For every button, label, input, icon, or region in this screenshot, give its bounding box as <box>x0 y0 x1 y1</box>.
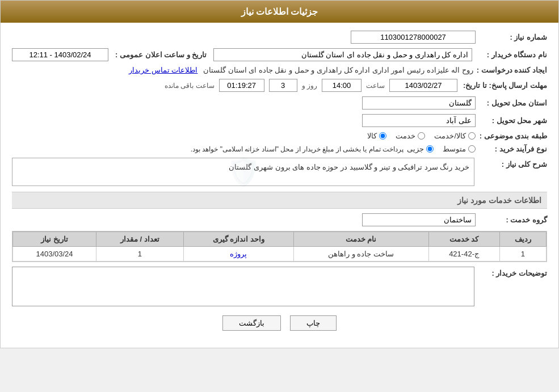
deadline-date-input[interactable] <box>389 79 457 92</box>
cell-quantity: 1 <box>96 247 184 262</box>
buyer-notes-row: توضیحات خریدار : <box>12 267 547 306</box>
province-row: استان محل تحویل : <box>12 96 547 109</box>
province-label: استان محل تحویل : <box>479 99 547 107</box>
org-announce-row: نام دستگاه خریدار : تاریخ و ساعت اعلان ع… <box>12 48 547 61</box>
purchase-option-medium[interactable]: متوسط <box>443 145 476 153</box>
description-text: خرید رنگ سرد ترافیکی و تینر و گلاسبید در… <box>229 163 469 171</box>
city-row: شهر محل تحویل : <box>12 114 547 127</box>
category-radio-kala-khedmat[interactable] <box>468 132 476 140</box>
deadline-days-input[interactable] <box>269 79 297 92</box>
service-group-label: گروه خدمت : <box>479 216 547 224</box>
category-label: طبقه بندی موضوعی : <box>479 132 547 140</box>
category-option-kala[interactable]: کالا <box>367 132 386 140</box>
col-service-name: نام خدمت <box>293 232 428 247</box>
table-row: 1 ج-42-421 ساخت جاده و راهاهن پروژه 1 14… <box>13 247 547 262</box>
org-name-label: نام دستگاه خریدار : <box>479 50 547 59</box>
category-radio-group: کالا/خدمت خدمت کالا <box>367 132 476 140</box>
city-input[interactable] <box>362 114 476 127</box>
cell-row-num: 1 <box>499 247 546 262</box>
table-header-row: ردیف کد خدمت نام خدمت واحد اندازه گیری ت… <box>13 232 547 247</box>
deadline-time-label: ساعت <box>366 82 385 90</box>
creator-row: ایجاد کننده درخواست : روح اله علیزاده رئ… <box>12 66 547 74</box>
col-row-num: ردیف <box>499 232 546 247</box>
print-button[interactable]: چاپ <box>290 315 337 331</box>
announce-label: تاریخ و ساعت اعلان عمومی : <box>115 50 207 59</box>
services-section-title: اطلاعات خدمات مورد نیاز <box>12 192 547 209</box>
org-name-input[interactable] <box>213 48 472 61</box>
col-date: تاریخ نیاز <box>13 232 96 247</box>
creator-label: ایجاد کننده درخواست : <box>477 66 547 74</box>
announce-input[interactable] <box>12 48 108 61</box>
category-kala-label: کالا <box>367 132 377 140</box>
remaining-time-input[interactable] <box>219 79 264 92</box>
category-option-kala-khedmat[interactable]: کالا/خدمت <box>434 132 476 140</box>
content-area: شماره نیاز : نام دستگاه خریدار : تاریخ و… <box>1 23 558 348</box>
description-value: خرید رنگ سرد ترافیکی و تینر و گلاسبید در… <box>12 158 474 186</box>
category-radio-khedmat[interactable] <box>418 132 425 140</box>
cell-service-name: ساخت جاده و راهاهن <box>293 247 428 262</box>
purchase-radio-medium[interactable] <box>468 145 476 153</box>
creator-link[interactable]: اطلاعات تماس خریدار <box>129 66 197 74</box>
remaining-label: ساعت باقی مانده <box>165 82 215 90</box>
services-table: ردیف کد خدمت نام خدمت واحد اندازه گیری ت… <box>12 231 547 262</box>
province-input[interactable] <box>362 96 476 109</box>
buyer-notes-label: توضیحات خریدار : <box>479 269 547 277</box>
purchase-type-radio-group: متوسط جزیی <box>407 145 476 153</box>
page-title: جزئیات اطلاعات نیاز <box>241 7 318 16</box>
category-khedmat-label: خدمت <box>396 132 415 140</box>
deadline-label: مهلت ارسال پاسخ: تا تاریخ: <box>462 81 547 90</box>
purchase-radio-partial[interactable] <box>426 145 434 153</box>
purchase-type-label: نوع فرآیند خرید : <box>479 145 547 153</box>
service-group-input[interactable] <box>362 213 476 226</box>
request-number-label: شماره نیاز : <box>479 33 547 41</box>
back-button[interactable]: بازگشت <box>222 315 281 331</box>
purchase-option-partial[interactable]: جزیی <box>407 145 434 153</box>
deadline-time-input[interactable] <box>322 79 362 92</box>
request-number-input[interactable] <box>351 31 476 44</box>
col-unit: واحد اندازه گیری <box>183 232 293 247</box>
deadline-days-label: روز و <box>302 82 317 90</box>
request-number-row: شماره نیاز : <box>12 31 547 44</box>
category-radio-kala[interactable] <box>379 132 386 140</box>
creator-text: روح اله علیزاده رئیس امور اداری اداره کل… <box>201 66 473 74</box>
page-header: جزئیات اطلاعات نیاز <box>1 1 558 23</box>
cell-date: 1403/03/24 <box>13 247 96 262</box>
category-option-khedmat[interactable]: خدمت <box>396 132 425 140</box>
purchase-note: پرداخت تمام یا بخشی از مبلغ خریدار از مح… <box>191 145 404 153</box>
watermark: 🛡️ <box>226 156 260 188</box>
purchase-partial-label: جزیی <box>407 145 424 153</box>
col-quantity: تعداد / مقدار <box>96 232 184 247</box>
description-row: شرح کلی نیاز : خرید رنگ سرد ترافیکی و تی… <box>12 158 547 186</box>
category-kala-khedmat-label: کالا/خدمت <box>434 132 466 140</box>
city-label: شهر محل تحویل : <box>479 116 547 125</box>
buyer-notes-textarea[interactable] <box>12 267 474 306</box>
services-table-container: ردیف کد خدمت نام خدمت واحد اندازه گیری ت… <box>12 231 547 262</box>
buttons-row: چاپ بازگشت <box>12 315 547 331</box>
cell-service-code: ج-42-421 <box>428 247 499 262</box>
cell-unit: پروژه <box>183 247 293 262</box>
purchase-medium-label: متوسط <box>443 145 466 153</box>
description-label: شرح کلی نیاز : <box>479 160 547 168</box>
deadline-row: مهلت ارسال پاسخ: تا تاریخ: ساعت روز و سا… <box>12 79 547 92</box>
category-row: طبقه بندی موضوعی : کالا/خدمت خدمت کالا <box>12 132 547 140</box>
col-service-code: کد خدمت <box>428 232 499 247</box>
service-group-row: گروه خدمت : <box>12 213 547 226</box>
page-container: جزئیات اطلاعات نیاز شماره نیاز : نام دست… <box>0 0 559 348</box>
purchase-type-row: نوع فرآیند خرید : متوسط جزیی پرداخت تمام… <box>12 145 547 153</box>
